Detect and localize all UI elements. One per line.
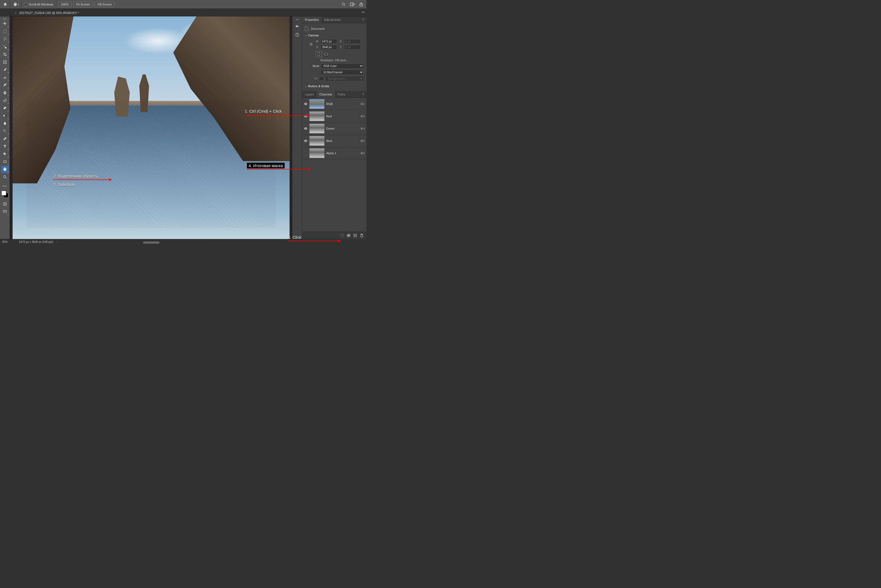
- channel-row[interactable]: Blue⌘5: [302, 135, 366, 147]
- y-field: [344, 45, 361, 50]
- channel-row[interactable]: RGB⌘2: [302, 98, 366, 110]
- canvas-area[interactable]: [10, 16, 292, 239]
- history-brush-tool[interactable]: [1, 97, 9, 104]
- horizontal-scrollbar-thumb[interactable]: [143, 242, 159, 244]
- zoom-100-button[interactable]: 100%: [58, 2, 72, 7]
- channel-thumbnail: [309, 99, 325, 109]
- channel-row[interactable]: Alpha 1⌘6: [302, 147, 366, 159]
- status-bar: 55% 5472 px x 3648 px (240 ppi) 〉: [0, 239, 302, 244]
- canvas-section-header[interactable]: ⌄Canvas: [305, 32, 364, 38]
- rectangle-tool[interactable]: [1, 158, 9, 165]
- status-zoom[interactable]: 55%: [2, 240, 16, 243]
- eraser-tool[interactable]: [1, 105, 9, 112]
- tab-paths[interactable]: Paths: [335, 91, 348, 98]
- tab-channels[interactable]: Channels: [317, 91, 335, 98]
- delete-channel-button[interactable]: [359, 233, 365, 238]
- type-tool[interactable]: [1, 143, 9, 150]
- fit-screen-button[interactable]: Fit Screen: [73, 2, 93, 7]
- annotation-4-wrap: 4. Итоговая маска: [247, 163, 285, 168]
- home-icon[interactable]: [1, 1, 9, 8]
- svg-rect-13: [3, 115, 6, 116]
- load-channel-selection-button[interactable]: [339, 233, 345, 238]
- portrait-orientation-button[interactable]: [316, 51, 322, 57]
- width-field[interactable]: [321, 39, 337, 44]
- channel-thumbnail: [309, 136, 325, 146]
- quick-mask-icon[interactable]: [1, 201, 9, 208]
- visibility-eye-icon[interactable]: [304, 114, 308, 118]
- channel-shortcut: ⌘2: [360, 102, 365, 106]
- status-caret-icon[interactable]: 〉: [56, 240, 59, 244]
- image-canvas[interactable]: [13, 16, 289, 239]
- visibility-eye-icon[interactable]: [304, 127, 308, 130]
- panel-menu-icon[interactable]: ≡: [360, 16, 366, 23]
- tab-properties[interactable]: Properties: [302, 16, 321, 23]
- visibility-eye-icon[interactable]: [304, 139, 308, 143]
- dodge-tool[interactable]: [1, 128, 9, 135]
- height-label: H: [315, 46, 320, 49]
- hand-tool-indicator-icon[interactable]: ▾: [12, 1, 19, 8]
- panel-collapse-icon[interactable]: ▸▸: [362, 10, 365, 14]
- width-label: W: [315, 40, 320, 43]
- annotation-1: 1. Ctrl (Cmd) + Click: [245, 109, 282, 114]
- color-swatches[interactable]: [1, 190, 9, 198]
- fill-swatch[interactable]: [319, 76, 324, 81]
- svg-rect-2: [350, 3, 354, 6]
- svg-point-20: [4, 203, 6, 205]
- height-field[interactable]: [321, 45, 337, 50]
- annotation-2a: 2. Выделенная область: [53, 174, 98, 178]
- separator: [21, 2, 21, 7]
- clone-stamp-tool[interactable]: [1, 89, 9, 96]
- toolbar-collapse-icon[interactable]: ▸▸: [0, 18, 10, 20]
- channel-row[interactable]: Red⌘3: [302, 110, 366, 123]
- bit-depth-select[interactable]: 16 Bits/Channel: [321, 70, 364, 75]
- search-icon[interactable]: [340, 1, 347, 8]
- marquee-tool[interactable]: [1, 28, 9, 35]
- document-icon: [305, 27, 309, 31]
- svg-line-18: [5, 177, 6, 178]
- hand-tool[interactable]: [1, 166, 9, 173]
- info-panel-icon[interactable]: [294, 31, 301, 38]
- color-mode-select[interactable]: RGB Color: [321, 63, 364, 69]
- svg-rect-19: [3, 202, 6, 206]
- channel-thumbnail: [309, 111, 325, 121]
- healing-brush-tool[interactable]: [1, 74, 9, 81]
- close-tab-icon[interactable]: ×: [15, 11, 16, 15]
- move-tool[interactable]: [1, 20, 9, 27]
- pen-tool[interactable]: [1, 135, 9, 142]
- link-dimensions-icon[interactable]: ⛓: [309, 42, 314, 46]
- channel-row[interactable]: Green⌘4: [302, 123, 366, 135]
- path-selection-tool[interactable]: [1, 150, 9, 158]
- channel-thumbnail: [309, 124, 325, 134]
- blur-tool[interactable]: [1, 120, 9, 127]
- gradient-tool[interactable]: [1, 112, 9, 119]
- zoom-tool[interactable]: [1, 173, 9, 180]
- frame-tool[interactable]: [1, 58, 9, 66]
- fill-screen-button[interactable]: Fill Screen: [94, 2, 115, 7]
- document-tab-title: 20170127_215914.CR2 @ 55% (RGB/16*) *: [19, 11, 78, 15]
- tab-adjustments[interactable]: Adjustments: [321, 16, 343, 23]
- visibility-eye-icon[interactable]: [304, 102, 308, 106]
- brush-tool[interactable]: [1, 81, 9, 88]
- scroll-all-windows-checkbox[interactable]: Scroll All Windows: [23, 3, 54, 6]
- visibility-eye-icon[interactable]: [304, 151, 308, 155]
- rulers-section-header[interactable]: ⌄Rulers & Grids: [305, 83, 364, 89]
- panel-menu-icon[interactable]: ≡: [360, 91, 366, 98]
- screen-mode-icon[interactable]: [1, 208, 9, 215]
- crop-tool[interactable]: [1, 51, 9, 58]
- quick-selection-tool[interactable]: [1, 43, 9, 50]
- histogram-panel-icon[interactable]: [294, 22, 301, 30]
- new-channel-button[interactable]: [352, 233, 358, 238]
- eyedropper-tool[interactable]: [1, 66, 9, 73]
- share-icon[interactable]: [358, 1, 365, 8]
- lasso-tool[interactable]: [1, 36, 9, 43]
- expand-panels-icon[interactable]: ◂◂: [296, 18, 298, 21]
- resolution-display: Resolution: 240 pixel...: [305, 59, 364, 62]
- layers-panel-header: Layers Channels Paths ≡: [302, 91, 366, 98]
- document-tab[interactable]: × 20170127_215914.CR2 @ 55% (RGB/16*) *: [12, 9, 82, 16]
- edit-toolbar-icon[interactable]: •••: [1, 184, 9, 188]
- landscape-orientation-button[interactable]: [323, 51, 329, 57]
- tab-layers[interactable]: Layers: [302, 91, 317, 98]
- save-selection-as-channel-button[interactable]: [346, 233, 352, 238]
- x-field: [344, 39, 361, 44]
- workspace-icon[interactable]: ▾: [349, 1, 356, 8]
